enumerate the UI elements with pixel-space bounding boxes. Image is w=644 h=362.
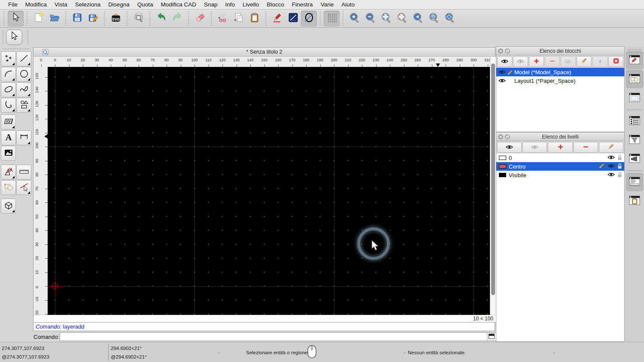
edit-layer-button[interactable] <box>599 142 623 153</box>
print-preview-button[interactable] <box>131 11 146 27</box>
menu-info[interactable]: Info <box>222 0 239 9</box>
tool-select-region-button[interactable] <box>1 180 16 195</box>
pen-widget-toggle[interactable] <box>626 51 643 69</box>
menu-blocco[interactable]: Blocco <box>263 0 288 9</box>
command-fullscreen-toggle-button[interactable] <box>487 332 496 341</box>
tool-arc-button[interactable] <box>1 67 16 82</box>
dock-drag-handle[interactable] <box>628 49 641 50</box>
library-widget-toggle[interactable] <box>626 150 643 168</box>
grid-button[interactable] <box>324 11 340 27</box>
menu-livello[interactable]: Livello <box>239 0 263 9</box>
circle-tool-button[interactable] <box>301 11 317 27</box>
select-arrow-button[interactable] <box>8 11 24 27</box>
list-widget-toggle[interactable] <box>626 112 643 130</box>
menu-seleziona[interactable]: Seleziona <box>71 0 104 9</box>
tool-spline-button[interactable] <box>16 82 31 97</box>
menu-modifica[interactable]: Modifica <box>21 0 51 9</box>
delete-all-blocks-button[interactable] <box>608 56 623 67</box>
eye-icon[interactable] <box>498 78 506 83</box>
menu-quota[interactable]: Quota <box>134 0 157 9</box>
block-row[interactable]: Layout1 (*Paper_Space) <box>496 76 624 85</box>
save-button[interactable] <box>69 11 85 27</box>
add-block-button[interactable] <box>529 56 544 67</box>
toolbar-drag-handle[interactable] <box>27 30 28 44</box>
menu-disegna[interactable]: Disegna <box>104 0 134 9</box>
rename-block-button[interactable]: a|b <box>561 56 576 67</box>
menu-snap[interactable]: Snap <box>200 0 222 9</box>
paste-button[interactable] <box>246 11 262 27</box>
new-document-button[interactable] <box>30 11 46 27</box>
copy-button[interactable] <box>231 11 246 27</box>
drawing-window-titlebar[interactable]: * Senza titolo 2 <box>33 48 495 57</box>
zoom-in-button[interactable] <box>346 11 362 27</box>
eye-icon[interactable] <box>608 163 615 170</box>
float-panel-button[interactable] <box>505 48 510 54</box>
frame-widget-toggle[interactable] <box>626 89 643 107</box>
block-row[interactable]: Model (*Model_Space) <box>496 68 624 76</box>
tool-measure-button[interactable] <box>16 165 31 180</box>
undo-button[interactable] <box>153 11 169 27</box>
menu-modifica-cad[interactable]: Modifica CAD <box>157 0 200 9</box>
layer-row[interactable]: Visibile <box>496 171 624 179</box>
layer-row[interactable]: 0 <box>496 154 624 162</box>
zoom-back-button[interactable] <box>410 11 426 27</box>
insert-block-button[interactable] <box>592 56 608 67</box>
eye-icon[interactable] <box>608 155 615 161</box>
close-panel-button[interactable] <box>498 48 503 54</box>
menu-file[interactable]: File <box>4 0 21 9</box>
tool-circle-button[interactable] <box>16 67 31 82</box>
pencil-icon[interactable] <box>598 163 605 170</box>
svg-export-button[interactable]: SVG <box>108 11 124 27</box>
cut-button[interactable] <box>215 11 231 27</box>
redo-button[interactable] <box>169 11 185 27</box>
toolbar-drag-handle[interactable] <box>3 11 4 26</box>
float-panel-button[interactable] <box>505 134 510 139</box>
show-all-blocks-button[interactable] <box>497 56 512 67</box>
shapes-widget-toggle[interactable] <box>626 70 643 88</box>
eye-icon[interactable] <box>608 172 615 178</box>
drawing-canvas[interactable] <box>48 67 490 315</box>
zoom-previous-button[interactable] <box>394 11 410 27</box>
lock-icon[interactable] <box>617 172 622 179</box>
menu-aiuto[interactable]: Aiuto <box>337 0 358 9</box>
palette-drag-handle[interactable] <box>3 48 30 49</box>
clipboard-widget-toggle[interactable] <box>626 192 643 210</box>
zoom-auto-button[interactable] <box>378 11 394 27</box>
command-input[interactable] <box>60 332 516 341</box>
lock-icon[interactable] <box>617 163 622 170</box>
tool-polygon-button[interactable] <box>16 98 31 113</box>
pen-button[interactable] <box>269 11 285 27</box>
hide-all-blocks-button[interactable] <box>513 56 528 67</box>
show-all-layers-button[interactable] <box>497 142 522 153</box>
lock-icon[interactable] <box>617 154 622 162</box>
tool-solid-3d-button[interactable] <box>1 199 16 214</box>
tool-line-button[interactable] <box>16 51 31 66</box>
current-tool-select-arrow-button[interactable] <box>6 30 22 45</box>
tool-ellipse-button[interactable] <box>1 82 16 97</box>
tool-points-button[interactable] <box>1 51 16 66</box>
command-widget-toggle[interactable] <box>626 173 643 191</box>
close-panel-button[interactable] <box>498 134 503 139</box>
zoom-out-button[interactable] <box>362 11 378 27</box>
save-as-button[interactable] <box>85 11 101 27</box>
tool-hatch-button[interactable] <box>1 115 16 130</box>
tool-image-button[interactable] <box>1 146 16 161</box>
eraser-button[interactable] <box>192 11 208 27</box>
open-folder-button[interactable] <box>46 11 62 27</box>
hide-all-layers-button[interactable] <box>522 142 547 153</box>
edit-block-button[interactable] <box>577 56 592 67</box>
tool-attributes-button[interactable] <box>16 180 31 195</box>
add-layer-button[interactable] <box>548 142 572 153</box>
tool-dimension-button[interactable] <box>16 130 31 145</box>
filter-widget-toggle[interactable] <box>626 131 643 149</box>
layer-row[interactable]: Centro <box>496 162 624 171</box>
zoom-pan-button[interactable] <box>442 11 458 27</box>
vertical-scrollbar-thumb[interactable] <box>491 63 495 295</box>
remove-layer-button[interactable] <box>574 142 598 153</box>
line-tool-button[interactable] <box>285 11 301 27</box>
eye-icon[interactable] <box>498 69 506 75</box>
menu-varie[interactable]: Varie <box>317 0 338 9</box>
remove-block-button[interactable] <box>545 56 560 67</box>
tool-modify-button[interactable] <box>1 165 16 180</box>
tool-polyline-button[interactable] <box>1 98 16 113</box>
